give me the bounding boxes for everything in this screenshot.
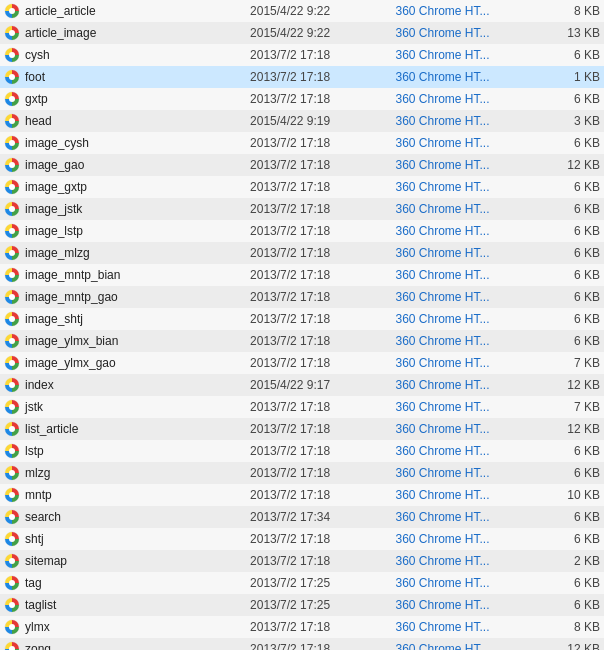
file-date: 2015/4/22 9:17	[246, 374, 391, 396]
file-size: 6 KB	[537, 242, 604, 264]
file-size: 6 KB	[537, 88, 604, 110]
table-row[interactable]: image_cysh 2013/7/2 17:18 360 Chrome HT.…	[0, 132, 604, 154]
file-date: 2013/7/2 17:18	[246, 198, 391, 220]
file-size: 6 KB	[537, 506, 604, 528]
file-name-cell: gxtp	[0, 88, 246, 110]
svg-point-57	[9, 624, 15, 630]
svg-point-23	[9, 250, 15, 256]
file-name-text: zong	[25, 639, 51, 650]
file-size: 6 KB	[537, 286, 604, 308]
table-row[interactable]: lstp 2013/7/2 17:18 360 Chrome HT... 6 K…	[0, 440, 604, 462]
file-icon	[4, 377, 20, 393]
file-size: 12 KB	[537, 638, 604, 650]
file-icon	[4, 267, 20, 283]
file-size: 6 KB	[537, 308, 604, 330]
file-name-text: image_ylmx_gao	[25, 353, 116, 373]
file-size: 6 KB	[537, 462, 604, 484]
file-name-cell: article_image	[0, 22, 246, 44]
file-name-cell: image_lstp	[0, 220, 246, 242]
table-row[interactable]: search 2013/7/2 17:34 360 Chrome HT... 6…	[0, 506, 604, 528]
table-row[interactable]: image_mntp_gao 2013/7/2 17:18 360 Chrome…	[0, 286, 604, 308]
file-name-text: head	[25, 111, 52, 131]
table-row[interactable]: gxtp 2013/7/2 17:18 360 Chrome HT... 6 K…	[0, 88, 604, 110]
file-date: 2013/7/2 17:18	[246, 66, 391, 88]
file-name-cell: ylmx	[0, 616, 246, 638]
table-row[interactable]: shtj 2013/7/2 17:18 360 Chrome HT... 6 K…	[0, 528, 604, 550]
file-date: 2013/7/2 17:18	[246, 616, 391, 638]
file-name-cell: image_gxtp	[0, 176, 246, 198]
file-date: 2013/7/2 17:18	[246, 528, 391, 550]
file-type: 360 Chrome HT...	[391, 572, 536, 594]
file-type: 360 Chrome HT...	[391, 44, 536, 66]
file-name-cell: head	[0, 110, 246, 132]
svg-point-31	[9, 338, 15, 344]
file-date: 2015/4/22 9:19	[246, 110, 391, 132]
file-icon	[4, 597, 20, 613]
file-size: 12 KB	[537, 418, 604, 440]
table-row[interactable]: ylmx 2013/7/2 17:18 360 Chrome HT... 8 K…	[0, 616, 604, 638]
file-date: 2013/7/2 17:18	[246, 154, 391, 176]
file-icon	[4, 465, 20, 481]
svg-point-5	[9, 52, 15, 58]
table-row[interactable]: image_mlzg 2013/7/2 17:18 360 Chrome HT.…	[0, 242, 604, 264]
file-name-cell: image_cysh	[0, 132, 246, 154]
file-name-cell: image_shtj	[0, 308, 246, 330]
table-row[interactable]: image_ylmx_bian 2013/7/2 17:18 360 Chrom…	[0, 330, 604, 352]
file-icon	[4, 421, 20, 437]
file-size: 6 KB	[537, 440, 604, 462]
file-size: 6 KB	[537, 44, 604, 66]
file-date: 2013/7/2 17:18	[246, 440, 391, 462]
file-name-text: gxtp	[25, 89, 48, 109]
file-name-text: foot	[25, 67, 45, 87]
file-date: 2013/7/2 17:18	[246, 242, 391, 264]
file-type: 360 Chrome HT...	[391, 308, 536, 330]
table-row[interactable]: zong 2013/7/2 17:18 360 Chrome HT... 12 …	[0, 638, 604, 650]
table-row[interactable]: cysh 2013/7/2 17:18 360 Chrome HT... 6 K…	[0, 44, 604, 66]
file-name-text: image_gxtp	[25, 177, 87, 197]
table-row[interactable]: jstk 2013/7/2 17:18 360 Chrome HT... 7 K…	[0, 396, 604, 418]
table-row[interactable]: head 2015/4/22 9:19 360 Chrome HT... 3 K…	[0, 110, 604, 132]
table-row[interactable]: mlzg 2013/7/2 17:18 360 Chrome HT... 6 K…	[0, 462, 604, 484]
svg-point-3	[9, 30, 15, 36]
file-name-text: article_article	[25, 1, 96, 21]
file-date: 2013/7/2 17:18	[246, 132, 391, 154]
table-row[interactable]: image_mntp_bian 2013/7/2 17:18 360 Chrom…	[0, 264, 604, 286]
file-date: 2013/7/2 17:18	[246, 462, 391, 484]
table-row[interactable]: foot 2013/7/2 17:18 360 Chrome HT... 1 K…	[0, 66, 604, 88]
file-size: 7 KB	[537, 396, 604, 418]
table-row[interactable]: article_article 2015/4/22 9:22 360 Chrom…	[0, 0, 604, 22]
table-row[interactable]: image_lstp 2013/7/2 17:18 360 Chrome HT.…	[0, 220, 604, 242]
file-type: 360 Chrome HT...	[391, 110, 536, 132]
file-name-cell: mntp	[0, 484, 246, 506]
table-row[interactable]: tag 2013/7/2 17:25 360 Chrome HT... 6 KB	[0, 572, 604, 594]
svg-point-1	[9, 8, 15, 14]
file-type: 360 Chrome HT...	[391, 484, 536, 506]
file-name-text: image_mlzg	[25, 243, 90, 263]
table-row[interactable]: image_shtj 2013/7/2 17:18 360 Chrome HT.…	[0, 308, 604, 330]
table-row[interactable]: image_jstk 2013/7/2 17:18 360 Chrome HT.…	[0, 198, 604, 220]
file-size: 13 KB	[537, 22, 604, 44]
table-row[interactable]: image_ylmx_gao 2013/7/2 17:18 360 Chrome…	[0, 352, 604, 374]
file-date: 2013/7/2 17:34	[246, 506, 391, 528]
file-name-cell: image_gao	[0, 154, 246, 176]
svg-point-43	[9, 470, 15, 476]
file-name-cell: taglist	[0, 594, 246, 616]
table-row[interactable]: index 2015/4/22 9:17 360 Chrome HT... 12…	[0, 374, 604, 396]
table-row[interactable]: image_gxtp 2013/7/2 17:18 360 Chrome HT.…	[0, 176, 604, 198]
file-name-text: image_jstk	[25, 199, 82, 219]
file-name-cell: list_article	[0, 418, 246, 440]
file-icon	[4, 553, 20, 569]
table-row[interactable]: mntp 2013/7/2 17:18 360 Chrome HT... 10 …	[0, 484, 604, 506]
file-name-text: image_gao	[25, 155, 84, 175]
file-size: 10 KB	[537, 484, 604, 506]
file-name-text: sitemap	[25, 551, 67, 571]
table-row[interactable]: article_image 2015/4/22 9:22 360 Chrome …	[0, 22, 604, 44]
table-row[interactable]: taglist 2013/7/2 17:25 360 Chrome HT... …	[0, 594, 604, 616]
table-row[interactable]: image_gao 2013/7/2 17:18 360 Chrome HT..…	[0, 154, 604, 176]
file-icon	[4, 3, 20, 19]
file-date: 2013/7/2 17:18	[246, 550, 391, 572]
file-name-text: tag	[25, 573, 42, 593]
table-row[interactable]: sitemap 2013/7/2 17:18 360 Chrome HT... …	[0, 550, 604, 572]
svg-point-17	[9, 184, 15, 190]
table-row[interactable]: list_article 2013/7/2 17:18 360 Chrome H…	[0, 418, 604, 440]
